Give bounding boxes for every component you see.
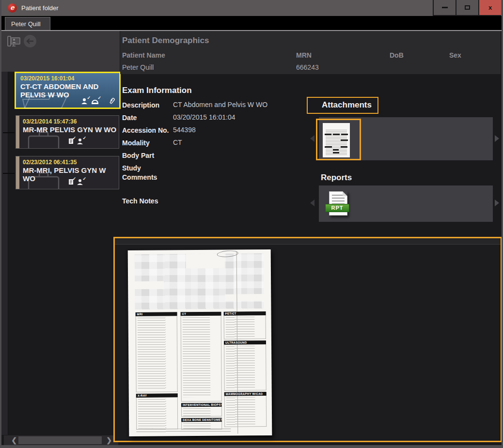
- label-dob: DoB: [390, 51, 404, 59]
- preview-header-band: [115, 238, 501, 245]
- value-mrn: 666243: [296, 63, 319, 71]
- form-section-mammography: MAMMOGRAPHY W/CAD: [224, 392, 267, 396]
- back-arrow-icon: [26, 38, 34, 44]
- timeline-tick: [3, 132, 15, 133]
- label-modality: Modality: [122, 139, 172, 148]
- briefcase-icon: [28, 131, 61, 149]
- attachments-next-icon[interactable]: [495, 135, 499, 142]
- tab-bar: Peter Quill: [0, 16, 503, 30]
- patient-card-icon[interactable]: [7, 35, 21, 47]
- scanned-order-form: MRI X-RAY CT INTERVENTIONAL BIOPSY DEXA …: [128, 249, 272, 436]
- form-body-ultrasound: [224, 344, 267, 391]
- patient-demographics-section: Patient Demographics Patient Name MRN Do…: [120, 31, 501, 74]
- label-body-part: Body Part: [122, 151, 172, 160]
- attachment-annotation-box: [316, 119, 361, 160]
- label-tech-notes: Tech Notes: [122, 197, 172, 206]
- label-accession: Accession No.: [122, 126, 175, 135]
- label-patient-name: Patient Name: [122, 51, 165, 59]
- exam-date: 03/20/2015 16:01:04: [20, 75, 74, 82]
- form-body-petct: [224, 315, 266, 340]
- scrollbar-thumb[interactable]: [18, 436, 102, 444]
- value-accession: 544398: [173, 126, 196, 134]
- form-body-xray: [136, 397, 178, 430]
- exam-item-mr-pelvis-2014[interactable]: 03/21/2014 15:47:36 MR-MR PELVIS GYN W W…: [16, 115, 119, 149]
- timeline-ruler: [1, 72, 8, 435]
- exam-item-stripe: [16, 156, 19, 189]
- exam-item-stripe: [16, 116, 19, 148]
- report-check-icon: ✓: [68, 179, 74, 185]
- close-button[interactable]: x: [479, 0, 501, 15]
- dictation-check-icon: ✓: [91, 98, 99, 104]
- label-sex: Sex: [449, 51, 461, 59]
- report-rpt-icon[interactable]: RPT: [325, 190, 350, 218]
- form-body-ct: [181, 316, 222, 402]
- attachment-preview-panel: MRI X-RAY CT INTERVENTIONAL BIOPSY DEXA …: [113, 237, 502, 442]
- form-body-interventional-biopsy: [181, 407, 222, 417]
- maximize-button[interactable]: [456, 0, 478, 15]
- exam-item-mri-pelvis-2012[interactable]: 02/23/2012 06:41:35 MR-MRI, PELVIS GYN W…: [16, 156, 119, 189]
- physician-check-icon: ✓: [77, 138, 84, 144]
- demographics-title: Patient Demographics: [122, 36, 209, 46]
- paperclip-icon: [109, 97, 115, 105]
- attachments-prev-icon[interactable]: [310, 135, 314, 142]
- form-section-dexa: DEXA BONE DENSITOMETRY: [181, 418, 222, 422]
- maximize-icon: [465, 5, 470, 10]
- app-logo-icon: e: [8, 3, 17, 13]
- reports-next-icon[interactable]: [495, 200, 499, 206]
- reports-prev-icon[interactable]: [310, 200, 314, 206]
- exam-list-scrollbar: ❮ ❯: [4, 435, 118, 445]
- value-description: CT Abdomen and Pelvis W WO: [173, 101, 267, 108]
- attachments-annotation-box: Attachments: [307, 97, 378, 114]
- form-section-interventional-biopsy: INTERVENTIONAL BIOPSY: [181, 403, 222, 407]
- exam-date: 02/23/2012 06:41:35: [23, 159, 77, 166]
- timeline-tick: [3, 173, 15, 174]
- report-check-icon: ✓: [68, 138, 74, 144]
- minimize-button[interactable]: [434, 0, 456, 15]
- label-study-comments: Study Comments: [122, 164, 161, 182]
- attachments-title: Attachments: [322, 100, 372, 110]
- form-footnote: [136, 429, 231, 433]
- minimize-icon: [442, 7, 448, 8]
- exam-item-ct-abdomen[interactable]: 03/20/2015 16:01:04 CT-CT ABDOMEN AND PE…: [15, 72, 121, 109]
- sidebar-toolbar: [1, 31, 120, 72]
- label-date: Date: [122, 113, 172, 123]
- back-button[interactable]: [24, 35, 36, 47]
- titlebar: e Patient folder x: [0, 0, 503, 16]
- patient-folder-window: e Patient folder x Peter Quill: [0, 0, 503, 448]
- rpt-banner: RPT: [325, 204, 349, 212]
- physician-check-icon: ✓: [81, 98, 88, 104]
- form-body-mri: [136, 316, 178, 392]
- tab-peter-quill[interactable]: Peter Quill: [5, 17, 50, 30]
- value-patient-name: Peter Quill: [122, 63, 154, 71]
- window-controls: x: [433, 0, 501, 16]
- physician-check-icon: ✓: [77, 179, 84, 185]
- exam-title: MR-MR PELVIS GYN W WO: [23, 125, 118, 134]
- value-date: 03/20/2015 16:01:04: [173, 113, 235, 121]
- form-body-mammography: [224, 396, 267, 427]
- exam-date: 03/21/2014 15:47:36: [23, 118, 77, 125]
- reports-title: Reports: [321, 173, 352, 183]
- label-mrn: MRN: [296, 51, 312, 59]
- exam-info-title: Exam Information: [122, 86, 192, 95]
- label-description: Description: [122, 101, 172, 110]
- window-title: Patient folder: [21, 4, 59, 12]
- exam-title: CT-CT ABDOMEN AND PELVIS W WO: [20, 82, 118, 99]
- value-modality: CT: [173, 139, 182, 146]
- close-icon: x: [488, 4, 492, 11]
- attachment-thumbnail[interactable]: [323, 123, 350, 157]
